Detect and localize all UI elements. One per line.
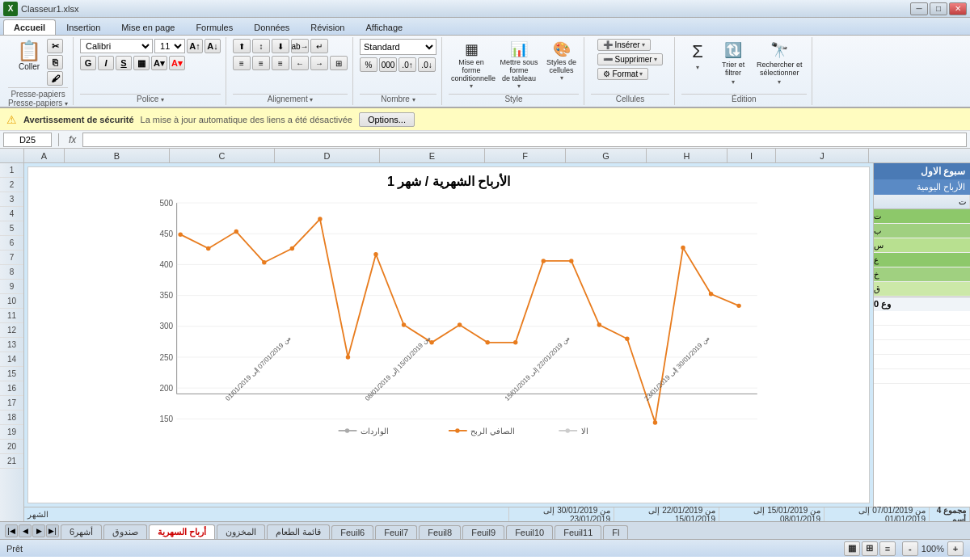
page-layout-btn[interactable]: ⊞	[862, 541, 878, 556]
align-right-btn[interactable]: ≡	[272, 56, 289, 70]
col-header-a[interactable]: A	[24, 149, 65, 163]
col-header-h[interactable]: H	[647, 149, 728, 163]
trier-btn[interactable]: 🔃 Trier etfiltrer ▾	[717, 39, 749, 88]
zoom-in-btn[interactable]: +	[947, 541, 964, 556]
border-btn[interactable]: ▦	[133, 56, 150, 70]
col-header-f[interactable]: F	[485, 149, 566, 163]
format-btn[interactable]: ⚙ Format ▾	[597, 68, 648, 80]
col-header-j[interactable]: J	[776, 149, 869, 163]
thousands-btn[interactable]: 000	[379, 57, 397, 72]
tab-accueil[interactable]: Accueil	[3, 19, 56, 35]
tab-feuil9[interactable]: Feuil9	[462, 525, 504, 539]
summary-col-2: من 22/01/2019 إلى 15/01/2019	[614, 507, 719, 521]
tab-revision[interactable]: Révision	[300, 19, 355, 35]
tab-qaemat[interactable]: قائمة الطعام	[267, 524, 330, 539]
zoom-out-btn[interactable]: -	[902, 541, 918, 556]
row-5: 5	[0, 221, 23, 236]
svg-point-36	[653, 420, 657, 424]
percent-btn[interactable]: %	[360, 57, 377, 72]
minimize-btn[interactable]: ─	[910, 2, 928, 15]
font-size-select[interactable]: 11	[154, 39, 185, 53]
number-format-select[interactable]: Standard	[360, 39, 436, 55]
wrap-text-btn[interactable]: ↵	[310, 39, 328, 53]
coller-btn[interactable]: 📋 Coller	[13, 39, 45, 74]
col-header-g[interactable]: G	[566, 149, 647, 163]
fill-color-btn[interactable]: A▾	[151, 56, 167, 70]
tab-last-btn[interactable]: ▶|	[46, 524, 59, 537]
svg-point-35	[625, 337, 629, 341]
ribbon-group-cellules: ➕ Insérer ▾ ➖ Supprimer ▾ ⚙ Format ▾ Cel…	[586, 37, 675, 105]
col-header-e[interactable]: E	[380, 149, 485, 163]
row-7: 7	[0, 251, 23, 265]
options-btn[interactable]: Options...	[359, 112, 415, 127]
format-painter-btn[interactable]: 🖌	[47, 71, 63, 86]
tab-feuil7[interactable]: Feuil7	[375, 525, 417, 539]
supprimer-btn[interactable]: ➖ Supprimer ▾	[597, 53, 662, 65]
somme-btn[interactable]: Σ ▾	[681, 39, 714, 74]
font-name-select[interactable]: Calibri	[80, 39, 153, 53]
maximize-btn[interactable]: □	[930, 2, 947, 15]
underline-btn[interactable]: S	[116, 56, 132, 70]
cut-btn[interactable]: ✂	[47, 39, 63, 53]
align-middle-btn[interactable]: ↕	[252, 39, 270, 53]
mise-en-forme-conditionnelle-btn[interactable]: ▦ Mise en formeconditionnelle ▾	[449, 39, 494, 91]
text-direction-btn[interactable]: ab→	[291, 39, 309, 53]
tab-feuil10[interactable]: Feuil10	[506, 525, 553, 539]
align-top-btn[interactable]: ⬆	[233, 39, 251, 53]
merge-btn[interactable]: ⊞	[330, 56, 348, 70]
rechercher-btn[interactable]: 🔭 Rechercher etsélectionner ▾	[753, 39, 807, 88]
align-center-btn[interactable]: ≡	[252, 56, 270, 70]
tab-mise-en-page[interactable]: Mise en page	[111, 19, 185, 35]
styles-cellules-btn[interactable]: 🎨 Styles decellules ▾	[544, 39, 579, 83]
title-bar: X Classeur1.xlsx ─ □ ✕	[0, 0, 970, 18]
cell-reference[interactable]	[3, 133, 52, 147]
presse-papiers-label: Presse-papiers	[8, 87, 68, 99]
tab-arbach[interactable]: أرباح السهرية	[149, 524, 215, 539]
tab-makhzoon[interactable]: المخزون	[217, 524, 265, 539]
tab-prev-btn[interactable]: ◀	[19, 524, 32, 537]
decrease-decimal-btn[interactable]: .0↓	[418, 57, 436, 72]
status-right: ▦ ⊞ ≡ - 100% +	[844, 541, 964, 556]
tab-first-btn[interactable]: |◀	[5, 524, 18, 537]
font-color-btn[interactable]: A▾	[169, 56, 185, 70]
font-decrease-btn[interactable]: A↓	[205, 39, 221, 53]
bold-btn[interactable]: G	[80, 56, 96, 70]
tab-fl[interactable]: Fl	[603, 525, 628, 539]
normal-view-btn[interactable]: ▦	[844, 541, 860, 556]
indent-increase-btn[interactable]: →	[310, 56, 328, 70]
tab-feuil11[interactable]: Feuil11	[555, 525, 601, 539]
tab-insertion[interactable]: Insertion	[56, 19, 111, 35]
ribbon-group-presse-papiers-content: 📋 Coller ✂ ⎘ 🖌	[13, 39, 63, 86]
align-bottom-btn[interactable]: ⬇	[272, 39, 289, 53]
svg-point-30	[485, 340, 489, 344]
right-cell-empty-1	[874, 311, 970, 326]
tab-sandoq[interactable]: صندوق	[103, 524, 147, 539]
col-header-i[interactable]: I	[728, 149, 776, 163]
col-header-b[interactable]: B	[65, 149, 170, 163]
indent-decrease-btn[interactable]: ←	[291, 56, 309, 70]
font-increase-btn[interactable]: A↑	[187, 39, 203, 53]
increase-decimal-btn[interactable]: .0↑	[399, 57, 416, 72]
copy-btn[interactable]: ⎘	[47, 55, 63, 69]
row-4: 4	[0, 207, 23, 221]
tab-donnees[interactable]: Données	[243, 19, 300, 35]
col-header-c[interactable]: C	[170, 149, 275, 163]
mettre-sous-forme-arrow: ▾	[517, 82, 521, 90]
close-btn[interactable]: ✕	[949, 2, 967, 15]
tab-feuil6[interactable]: Feuil6	[331, 525, 373, 539]
italic-btn[interactable]: I	[98, 56, 114, 70]
align-left-btn[interactable]: ≡	[233, 56, 251, 70]
row-15: 15	[0, 367, 23, 381]
page-break-btn[interactable]: ≡	[879, 541, 896, 556]
right-cell-5: خ	[874, 267, 970, 282]
tab-formules[interactable]: Formules	[185, 19, 243, 35]
col-header-d[interactable]: D	[275, 149, 380, 163]
tab-feuil8[interactable]: Feuil8	[419, 525, 461, 539]
mettre-sous-forme-btn[interactable]: 📊 Mettre sous formede tableau ▾	[496, 39, 542, 91]
tab-6ashr[interactable]: 6أشهر	[61, 524, 102, 539]
tab-next-btn[interactable]: ▶	[32, 524, 45, 537]
inserer-btn[interactable]: ➕ Insérer ▾	[597, 39, 650, 51]
formula-input[interactable]	[82, 133, 967, 147]
right-cell-empty-5	[874, 369, 970, 384]
tab-affichage[interactable]: Affichage	[355, 19, 413, 35]
